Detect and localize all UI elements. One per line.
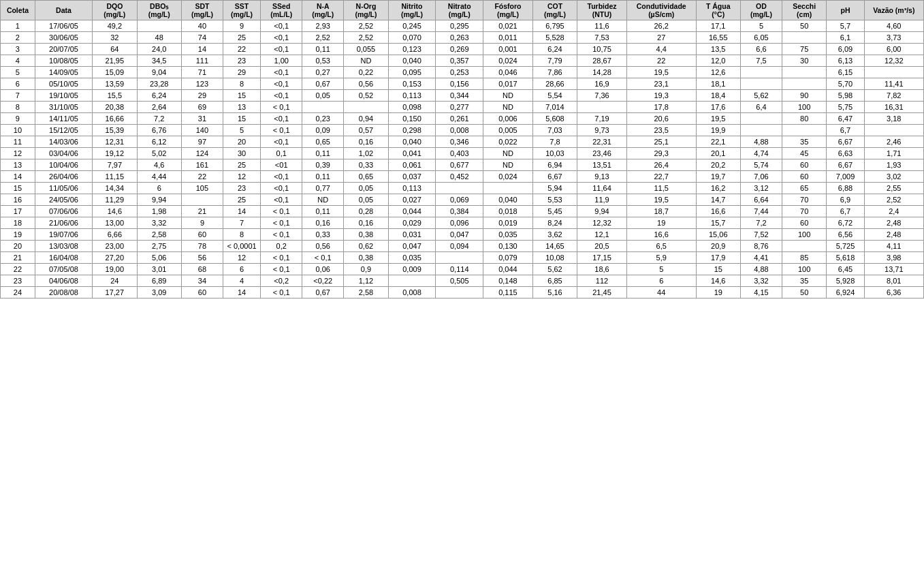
cell-fosforo: 0,046 [483, 67, 533, 78]
cell-norg: 0,16 [344, 217, 388, 229]
cell-ph: 6,45 [827, 264, 864, 275]
table-row: 514/09/0515,099,047129<0,10,270,220,0950… [1, 67, 924, 78]
cell-turbidez: 10,75 [577, 44, 627, 55]
cell-nitrito: 0,009 [388, 264, 436, 275]
cell-fosforo: 0,022 [483, 136, 533, 148]
cell-data: 05/10/05 [35, 78, 92, 90]
cell-fosforo: 0,021 [483, 20, 533, 32]
cell-secchi: 50 [782, 20, 826, 32]
table-row: 1624/05/0611,299,9425<0,1ND0,050,0270,06… [1, 194, 924, 206]
cell-ph: 6,56 [827, 229, 864, 241]
cell-norg: 0,28 [344, 206, 388, 217]
cell-data: 20/08/08 [35, 287, 92, 298]
column-header: DBO₅(mg/L) [137, 1, 181, 20]
cell-dqo: 14,34 [93, 183, 137, 194]
cell-sdt: 71 [181, 67, 223, 78]
cell-secchi: 100 [782, 264, 826, 275]
cell-sdt: 21 [181, 206, 223, 217]
table-row: 1310/04/067,974,616125<010,390,330,0610,… [1, 159, 924, 171]
cell-na: 0,27 [302, 67, 344, 78]
cell-turbidez: 12,1 [577, 229, 627, 241]
cell-sdt: 123 [181, 78, 223, 90]
cell-turbidez: 16,9 [577, 78, 627, 90]
cell-nitrito: 0,031 [388, 229, 436, 241]
cell-od: 4,88 [740, 136, 782, 148]
cell-turbidez: 9,73 [577, 125, 627, 136]
cell-dqo: 11,29 [93, 194, 137, 206]
cell-sdt: 140 [181, 125, 223, 136]
cell-na: 2,93 [302, 20, 344, 32]
cell-id: 13 [1, 159, 35, 171]
cell-condutividade: 23,1 [626, 78, 696, 90]
cell-dqo: 32 [93, 32, 137, 44]
cell-secchi: 70 [782, 194, 826, 206]
cell-secchi: 35 [782, 136, 826, 148]
cell-na: 0,11 [302, 148, 344, 159]
cell-data: 21/06/06 [35, 217, 92, 229]
cell-id: 10 [1, 125, 35, 136]
cell-condutividade: 25,1 [626, 136, 696, 148]
cell-condutividade: 5,9 [626, 252, 696, 264]
cell-nitrito: 0,047 [388, 241, 436, 252]
cell-ssed: < 0,1 [261, 229, 302, 241]
cell-cot: 7,014 [532, 102, 577, 113]
cell-sst: 25 [223, 194, 260, 206]
cell-dbo: 9,94 [137, 194, 181, 206]
cell-id: 14 [1, 171, 35, 183]
cell-turbidez: 11,9 [577, 194, 627, 206]
cell-na: 0,53 [302, 55, 344, 67]
cell-na: 0,65 [302, 136, 344, 148]
cell-dbo: 5,06 [137, 252, 181, 264]
cell-tagua: 20,2 [696, 159, 740, 171]
cell-id: 22 [1, 264, 35, 275]
cell-id: 4 [1, 55, 35, 67]
cell-id: 23 [1, 275, 35, 287]
cell-nitrato: 0,403 [436, 148, 483, 159]
cell-norg: 0,38 [344, 229, 388, 241]
cell-ph: 5,98 [827, 90, 864, 102]
column-header: N-Org(mg/L) [344, 1, 388, 20]
cell-sdt: 22 [181, 171, 223, 183]
cell-dqo: 20,38 [93, 102, 137, 113]
cell-turbidez: 18,6 [577, 264, 627, 275]
cell-data: 07/05/08 [35, 264, 92, 275]
cell-norg: 0,57 [344, 125, 388, 136]
cell-nitrato: 0,069 [436, 194, 483, 206]
column-header: Secchi(cm) [782, 1, 826, 20]
cell-turbidez: 11,64 [577, 183, 627, 194]
cell-sdt: 78 [181, 241, 223, 252]
cell-fosforo: 0,024 [483, 55, 533, 67]
cell-tagua: 19 [696, 287, 740, 298]
cell-cot: 28,66 [532, 78, 577, 90]
cell-sst: 12 [223, 252, 260, 264]
cell-ph: 6,7 [827, 206, 864, 217]
cell-nitrato: 0,677 [436, 159, 483, 171]
cell-data: 30/06/05 [35, 32, 92, 44]
cell-ssed: <0,1 [261, 20, 302, 32]
cell-condutividade: 29,3 [626, 148, 696, 159]
cell-nitrito: 0,123 [388, 44, 436, 55]
cell-vazao: 1,93 [864, 159, 923, 171]
cell-id: 3 [1, 44, 35, 55]
cell-nitrato: 0,047 [436, 229, 483, 241]
cell-ssed: <0,1 [261, 183, 302, 194]
cell-turbidez: 14,28 [577, 67, 627, 78]
cell-tagua: 16,2 [696, 183, 740, 194]
cell-tagua: 12,0 [696, 55, 740, 67]
cell-sst: 4 [223, 275, 260, 287]
cell-turbidez [577, 102, 627, 113]
cell-ssed: <0,1 [261, 90, 302, 102]
cell-tagua: 19,9 [696, 125, 740, 136]
cell-sdt: 97 [181, 136, 223, 148]
table-row: 914/11/0516,667,23115<0,10,230,940,1500,… [1, 113, 924, 125]
table-row: 719/10/0515,56,242915<0,10,050,520,1130,… [1, 90, 924, 102]
cell-secchi [782, 78, 826, 90]
cell-sdt: 14 [181, 44, 223, 55]
cell-na: 0,39 [302, 159, 344, 171]
cell-sst: 23 [223, 183, 260, 194]
cell-ph: 6,72 [827, 217, 864, 229]
cell-secchi: 65 [782, 183, 826, 194]
cell-dqo: 16,66 [93, 113, 137, 125]
cell-sdt: 31 [181, 113, 223, 125]
cell-ph: 5,618 [827, 252, 864, 264]
